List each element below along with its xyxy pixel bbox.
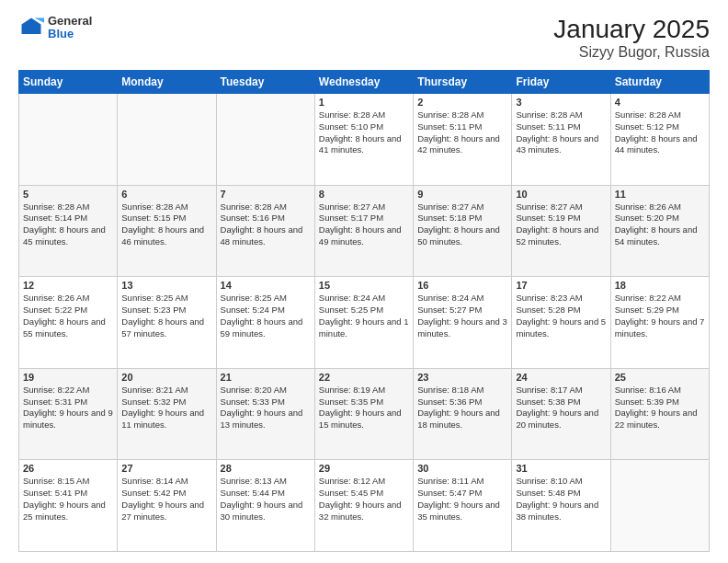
calendar-cell: 12Sunrise: 8:26 AM Sunset: 5:22 PM Dayli… [19, 277, 118, 369]
calendar-cell: 28Sunrise: 8:13 AM Sunset: 5:44 PM Dayli… [216, 460, 314, 552]
weekday-wednesday: Wednesday [314, 71, 413, 94]
calendar-cell: 19Sunrise: 8:22 AM Sunset: 5:31 PM Dayli… [19, 368, 118, 460]
location: Sizyy Bugor, Russia [553, 44, 710, 61]
day-info: Sunrise: 8:26 AM Sunset: 5:20 PM Dayligh… [615, 201, 705, 248]
day-number: 8 [319, 189, 409, 200]
logo: General Blue [18, 15, 92, 41]
day-info: Sunrise: 8:25 AM Sunset: 5:24 PM Dayligh… [221, 293, 311, 339]
calendar-cell: 17Sunrise: 8:23 AM Sunset: 5:28 PM Dayli… [512, 277, 610, 369]
day-number: 25 [615, 372, 705, 383]
day-number: 24 [516, 372, 606, 383]
calendar-cell: 25Sunrise: 8:16 AM Sunset: 5:39 PM Dayli… [610, 368, 709, 460]
day-info: Sunrise: 8:18 AM Sunset: 5:36 PM Dayligh… [417, 385, 507, 431]
day-info: Sunrise: 8:27 AM Sunset: 5:17 PM Dayligh… [319, 201, 409, 248]
day-number: 10 [516, 189, 606, 200]
day-info: Sunrise: 8:28 AM Sunset: 5:14 PM Dayligh… [23, 201, 113, 248]
week-row-2: 12Sunrise: 8:26 AM Sunset: 5:22 PM Dayli… [19, 277, 710, 369]
calendar-cell: 4Sunrise: 8:28 AM Sunset: 5:12 PM Daylig… [610, 94, 709, 186]
day-info: Sunrise: 8:27 AM Sunset: 5:18 PM Dayligh… [417, 201, 507, 248]
day-info: Sunrise: 8:24 AM Sunset: 5:25 PM Dayligh… [319, 293, 409, 339]
calendar-cell: 23Sunrise: 8:18 AM Sunset: 5:36 PM Dayli… [414, 368, 512, 460]
day-info: Sunrise: 8:28 AM Sunset: 5:16 PM Dayligh… [221, 201, 311, 248]
calendar-cell: 13Sunrise: 8:25 AM Sunset: 5:23 PM Dayli… [118, 277, 216, 369]
day-number: 13 [121, 280, 211, 291]
weekday-tuesday: Tuesday [216, 71, 314, 94]
calendar-cell: 2Sunrise: 8:28 AM Sunset: 5:11 PM Daylig… [414, 94, 512, 186]
day-number: 27 [121, 463, 211, 474]
calendar-table: SundayMondayTuesdayWednesdayThursdayFrid… [18, 70, 710, 552]
calendar-body: 1Sunrise: 8:28 AM Sunset: 5:10 PM Daylig… [19, 94, 710, 552]
calendar-cell: 30Sunrise: 8:11 AM Sunset: 5:47 PM Dayli… [414, 460, 512, 552]
day-info: Sunrise: 8:16 AM Sunset: 5:39 PM Dayligh… [615, 385, 705, 431]
calendar-cell: 18Sunrise: 8:22 AM Sunset: 5:29 PM Dayli… [610, 277, 709, 369]
day-info: Sunrise: 8:12 AM Sunset: 5:45 PM Dayligh… [319, 476, 409, 523]
week-row-1: 5Sunrise: 8:28 AM Sunset: 5:14 PM Daylig… [19, 185, 710, 277]
calendar-cell: 20Sunrise: 8:21 AM Sunset: 5:32 PM Dayli… [118, 368, 216, 460]
day-number: 14 [221, 280, 311, 291]
week-row-3: 19Sunrise: 8:22 AM Sunset: 5:31 PM Dayli… [19, 368, 710, 460]
svg-marker-0 [22, 18, 41, 35]
day-number: 16 [417, 280, 507, 291]
day-info: Sunrise: 8:24 AM Sunset: 5:27 PM Dayligh… [417, 293, 507, 339]
day-number: 6 [121, 189, 211, 200]
day-number: 11 [615, 189, 705, 200]
week-row-4: 26Sunrise: 8:15 AM Sunset: 5:41 PM Dayli… [19, 460, 710, 552]
day-number: 15 [319, 280, 409, 291]
calendar-cell: 27Sunrise: 8:14 AM Sunset: 5:42 PM Dayli… [118, 460, 216, 552]
weekday-saturday: Saturday [610, 71, 709, 94]
day-info: Sunrise: 8:14 AM Sunset: 5:42 PM Dayligh… [121, 476, 211, 523]
calendar-cell: 10Sunrise: 8:27 AM Sunset: 5:19 PM Dayli… [512, 185, 610, 277]
weekday-sunday: Sunday [19, 71, 118, 94]
day-number: 29 [319, 463, 409, 474]
calendar-cell: 29Sunrise: 8:12 AM Sunset: 5:45 PM Dayli… [314, 460, 413, 552]
day-number: 4 [615, 97, 705, 108]
calendar-cell [216, 94, 314, 186]
day-info: Sunrise: 8:13 AM Sunset: 5:44 PM Dayligh… [221, 476, 311, 523]
day-info: Sunrise: 8:27 AM Sunset: 5:19 PM Dayligh… [516, 201, 606, 248]
day-number: 7 [221, 189, 311, 200]
day-number: 22 [319, 372, 409, 383]
calendar-cell: 9Sunrise: 8:27 AM Sunset: 5:18 PM Daylig… [414, 185, 512, 277]
day-info: Sunrise: 8:21 AM Sunset: 5:32 PM Dayligh… [121, 385, 211, 431]
day-info: Sunrise: 8:20 AM Sunset: 5:33 PM Dayligh… [221, 385, 311, 431]
day-number: 9 [417, 189, 507, 200]
day-info: Sunrise: 8:17 AM Sunset: 5:38 PM Dayligh… [516, 385, 606, 431]
day-info: Sunrise: 8:28 AM Sunset: 5:10 PM Dayligh… [319, 109, 409, 156]
day-number: 28 [221, 463, 311, 474]
day-number: 23 [417, 372, 507, 383]
day-info: Sunrise: 8:26 AM Sunset: 5:22 PM Dayligh… [23, 293, 113, 339]
day-info: Sunrise: 8:15 AM Sunset: 5:41 PM Dayligh… [23, 476, 113, 523]
calendar-cell: 21Sunrise: 8:20 AM Sunset: 5:33 PM Dayli… [216, 368, 314, 460]
logo-blue: Blue [48, 28, 92, 40]
day-number: 5 [23, 189, 113, 200]
calendar-cell: 31Sunrise: 8:10 AM Sunset: 5:48 PM Dayli… [512, 460, 610, 552]
day-number: 18 [615, 280, 705, 291]
day-info: Sunrise: 8:23 AM Sunset: 5:28 PM Dayligh… [516, 293, 606, 339]
page: General Blue January 2025 Sizyy Bugor, R… [0, 0, 728, 563]
day-number: 12 [23, 280, 113, 291]
calendar-cell [610, 460, 709, 552]
weekday-friday: Friday [512, 71, 610, 94]
day-info: Sunrise: 8:28 AM Sunset: 5:15 PM Dayligh… [121, 201, 211, 248]
calendar-cell: 6Sunrise: 8:28 AM Sunset: 5:15 PM Daylig… [118, 185, 216, 277]
day-info: Sunrise: 8:28 AM Sunset: 5:12 PM Dayligh… [615, 109, 705, 156]
calendar-cell: 3Sunrise: 8:28 AM Sunset: 5:11 PM Daylig… [512, 94, 610, 186]
day-number: 19 [23, 372, 113, 383]
day-number: 21 [221, 372, 311, 383]
calendar-cell [118, 94, 216, 186]
calendar-cell: 26Sunrise: 8:15 AM Sunset: 5:41 PM Dayli… [19, 460, 118, 552]
calendar-cell: 14Sunrise: 8:25 AM Sunset: 5:24 PM Dayli… [216, 277, 314, 369]
day-info: Sunrise: 8:22 AM Sunset: 5:29 PM Dayligh… [615, 293, 705, 339]
day-number: 30 [417, 463, 507, 474]
calendar-cell: 8Sunrise: 8:27 AM Sunset: 5:17 PM Daylig… [314, 185, 413, 277]
logo-text: General Blue [48, 15, 92, 41]
day-info: Sunrise: 8:11 AM Sunset: 5:47 PM Dayligh… [417, 476, 507, 523]
day-info: Sunrise: 8:22 AM Sunset: 5:31 PM Dayligh… [23, 385, 113, 431]
calendar-cell: 22Sunrise: 8:19 AM Sunset: 5:35 PM Dayli… [314, 368, 413, 460]
day-info: Sunrise: 8:10 AM Sunset: 5:48 PM Dayligh… [516, 476, 606, 523]
weekday-monday: Monday [118, 71, 216, 94]
day-info: Sunrise: 8:25 AM Sunset: 5:23 PM Dayligh… [121, 293, 211, 339]
day-info: Sunrise: 8:28 AM Sunset: 5:11 PM Dayligh… [516, 109, 606, 156]
calendar-cell: 5Sunrise: 8:28 AM Sunset: 5:14 PM Daylig… [19, 185, 118, 277]
day-number: 2 [417, 97, 507, 108]
